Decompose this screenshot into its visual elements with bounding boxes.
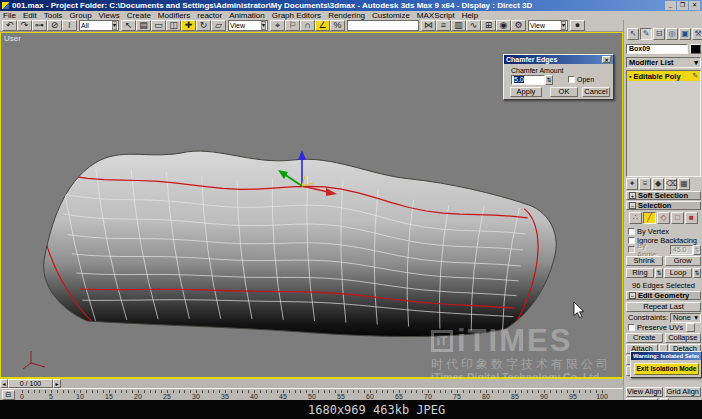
warning-titlebar[interactable]: Warning: Isolated Selection [631,352,701,360]
ring-button[interactable]: Ring [626,268,654,278]
edge-mode-icon[interactable]: ╱ [643,212,656,224]
menu-maxscript[interactable]: MAXScript [417,11,455,20]
ok-button[interactable]: OK [550,87,578,97]
ring-spinner[interactable]: ⇅ [655,268,663,278]
align-icon[interactable]: ≡ [436,20,451,31]
menu-reactor[interactable]: reactor [197,11,222,20]
reference-coordinate-system-dropdown[interactable]: View▾ [228,20,268,31]
cancel-button[interactable]: Cancel [582,87,610,97]
time-slider-handle[interactable]: 0 / 100 [8,379,53,388]
snaps-toggle-icon[interactable]: ∩ [300,20,315,31]
menu-rendering[interactable]: Rendering [328,11,365,20]
tab-motion[interactable]: ◎ [666,28,678,40]
menu-file[interactable]: File [3,11,16,20]
pin-stack-icon[interactable]: ✦ [626,178,638,190]
grid-align-button[interactable]: Grid Align [665,387,702,397]
tab-modify[interactable]: ✎ [640,28,652,40]
tab-display[interactable]: ▣ [679,28,691,40]
select-and-rotate-icon[interactable]: ↻ [196,20,211,31]
percent-snap-toggle-icon[interactable]: % [330,20,345,31]
collapse-icon[interactable]: − [629,202,636,209]
modifier-list-dropdown[interactable]: Modifier List ▾ [626,57,701,68]
next-frame-button[interactable]: ▸ [53,379,61,388]
dialog-close-icon[interactable]: ✕ [602,56,611,63]
view-align-button[interactable]: View Align [626,387,663,397]
polygon-mode-icon[interactable]: □ [671,212,684,224]
preserve-uvs-checkbox[interactable]: Preserve UVs [628,323,701,332]
exit-isolation-mode-button[interactable]: Exit Isolation Mode [634,363,699,375]
select-by-name-icon[interactable]: ▤ [136,20,151,31]
menu-tools[interactable]: Tools [44,11,63,20]
selection-filter-dropdown[interactable]: All▾ [79,20,119,31]
menu-edit[interactable]: Edit [23,11,37,20]
grow-button[interactable]: Grow [665,256,702,266]
unlink-selection-icon[interactable]: ⊘ [47,20,62,31]
select-and-manipulate-icon[interactable]: ⚐ [285,20,300,31]
object-color-swatch[interactable] [690,44,701,54]
apply-button[interactable]: Apply [510,87,542,97]
dropdown-arrow-icon[interactable]: ▾ [261,21,266,30]
window-crossing-toggle-icon[interactable]: ◫ [166,20,181,31]
show-end-result-icon[interactable]: ≡ [639,178,651,190]
quick-render-icon[interactable]: ● [570,20,585,31]
menu-group[interactable]: Group [69,11,91,20]
dropdown-arrow-icon[interactable]: ▾ [112,21,117,30]
constraints-dropdown[interactable]: None ▾ [670,313,701,323]
modifier-stack[interactable]: ▪ Editable Poly ✎ [626,70,701,177]
rollout-edit-geometry[interactable]: − Edit Geometry [626,291,701,300]
close-button[interactable]: ✕ [689,1,700,10]
configure-modifier-sets-icon[interactable]: ▦ [678,178,690,190]
dropdown-arrow-icon[interactable]: ▾ [561,21,566,30]
menu-animation[interactable]: Animation [229,11,265,20]
border-mode-icon[interactable]: ◇ [657,212,670,224]
previous-frame-button[interactable]: ◂ [0,379,8,388]
chamfer-dialog-titlebar[interactable]: Chamfer Edges ✕ [504,55,613,64]
vertex-mode-icon[interactable]: ∴ [629,212,642,224]
preserve-uvs-settings-button[interactable] [686,323,695,332]
modifier-stack-item-editable-poly[interactable]: ▪ Editable Poly ✎ [627,71,700,81]
open-checkbox[interactable]: Open [568,76,594,83]
object-name-field[interactable]: Box09 [626,44,688,54]
rollout-selection[interactable]: − Selection [626,201,701,210]
remove-modifier-icon[interactable]: ⌫ [665,178,677,190]
menu-graph-editors[interactable]: Graph Editors [272,11,321,20]
redo-icon[interactable]: ↷ [17,20,32,31]
curve-editor-icon[interactable]: ∿ [466,20,481,31]
viewport-label[interactable]: User [4,34,21,43]
menu-help[interactable]: Help [462,11,478,20]
use-pivot-point-center-icon[interactable]: ⌖ [270,20,285,31]
make-unique-icon[interactable]: ◆ [652,178,664,190]
select-and-scale-icon[interactable]: ▱ [211,20,226,31]
select-and-link-icon[interactable]: ⊶ [32,20,47,31]
element-mode-icon[interactable]: ■ [685,212,698,224]
undo-icon[interactable]: ↶ [2,20,17,31]
by-vertex-checkbox[interactable]: By Vertex [628,227,701,236]
repeat-last-button[interactable]: Repeat Last [626,302,701,312]
mirror-icon[interactable]: ⋈ [421,20,436,31]
chamfer-amount-spinner[interactable]: ⇅ [545,75,553,85]
menu-modifiers[interactable]: Modifiers [158,11,190,20]
rectangular-selection-region-icon[interactable]: ▭ [151,20,166,31]
bind-to-space-warp-icon[interactable]: ≀ [62,20,77,31]
select-and-move-icon[interactable]: ✚ [181,20,196,31]
tab-utilities[interactable]: ⚒ [692,28,702,40]
render-setup-icon[interactable]: ⚙ [511,20,526,31]
collapse-button[interactable]: Collapse [665,333,702,343]
rollout-soft-selection[interactable]: + Soft Selection [626,191,701,200]
named-selection-sets-field[interactable] [347,20,419,31]
track-bar[interactable]: ⊟ 05101520253035404550556065707580859095… [0,388,623,400]
expand-icon[interactable]: + [629,192,636,199]
collapse-icon[interactable]: − [629,292,636,299]
tab-hierarchy[interactable]: ⊟ [653,28,665,40]
loop-spinner[interactable]: ⇅ [693,268,701,278]
layer-manager-icon[interactable]: ▥ [451,20,466,31]
maximize-button[interactable]: ❐ [677,1,688,10]
schematic-view-icon[interactable]: ⊞ [481,20,496,31]
shrink-button[interactable]: Shrink [626,256,663,266]
minimize-button[interactable]: _ [665,1,676,10]
angle-snap-toggle-icon[interactable]: ∠ [315,20,330,31]
open-checkbox-box[interactable] [568,76,575,83]
chamfer-amount-field[interactable]: 5.0 [511,75,545,85]
create-button[interactable]: Create [626,333,663,343]
select-object-icon[interactable]: ↖ [121,20,136,31]
